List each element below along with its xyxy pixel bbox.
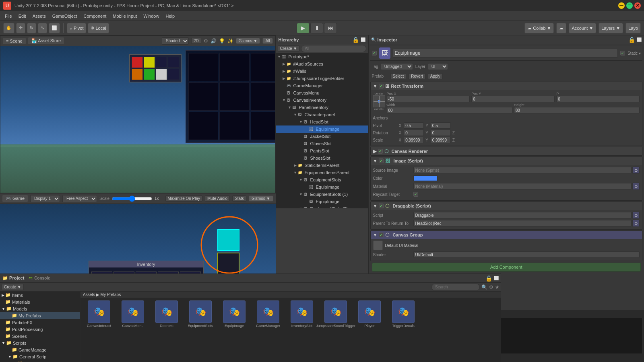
material-picker[interactable]: ⊙ [632,183,640,190]
menu-gameobject[interactable]: GameObject [49,13,80,19]
local-button[interactable]: ⊕ Local [88,23,109,33]
scene-light-icon[interactable]: 💡 [219,38,225,44]
tree-item-gamemanager[interactable]: ▶ 🎮 GameManager [276,82,368,89]
hierarchy-search[interactable] [301,45,366,52]
static-checkbox[interactable] [620,51,625,56]
maximize-button[interactable]: □ [626,2,633,9]
posy-input[interactable]: 0 [471,96,555,102]
scene-settings-icon[interactable]: ⚙ [204,38,208,44]
folder-scripts[interactable]: ▼ 📁 Scripts [0,339,80,346]
layer-dropdown[interactable]: UI [428,63,448,70]
project-expand-icon[interactable]: ⬜ [494,276,499,280]
color-swatch[interactable] [413,175,438,181]
scene-tab[interactable]: ≡ Scene [3,38,26,44]
tree-item-characterpanel[interactable]: ▼ 🖼 Characterpanel [276,111,368,118]
asset-jumpscares[interactable]: 🎭 JumpscareSoundTrigger [320,300,352,328]
scale-tool[interactable]: ⤡ [38,23,47,33]
active-checkbox[interactable] [372,51,377,56]
menu-assets[interactable]: Assets [29,13,49,19]
close-button[interactable]: ✕ [634,2,641,9]
tree-item-equipimage-3[interactable]: ▶ 🖼 EquipImage [276,198,368,205]
rotate-tool[interactable]: ↻ [27,23,36,33]
shader-value[interactable]: UI/Default [413,251,640,258]
tree-item-panelinventory[interactable]: ▼ 🖼 PanelInventory [276,104,368,111]
image-check[interactable] [379,158,384,163]
asset-doortest[interactable]: 🎭 Doortest [151,300,183,328]
source-image-value[interactable]: None (Sprite) [413,167,632,173]
tree-item-walls[interactable]: ▶ 📁 #Walls [276,68,368,75]
equip-slot-2[interactable] [217,253,239,275]
mode-2d-button[interactable]: 2D [191,38,201,44]
menu-help[interactable]: Help [162,13,178,19]
draggable-script-value[interactable]: Draggable [413,212,632,218]
menu-file[interactable]: File [2,13,15,19]
mute-audio-button[interactable]: Mute Audio [205,195,230,202]
move-tool[interactable]: ✛ [16,23,25,33]
display-dropdown[interactable]: Display 1 [30,195,60,202]
folder-models[interactable]: ▼ 📁 Models [0,305,80,312]
canvas-group-check[interactable] [379,232,384,237]
rect-transform-check[interactable] [379,84,384,88]
asset-player[interactable]: 🎭 Player [353,300,386,328]
tree-item-equipmentslots-1[interactable]: ▼ 🖼 EquipmentSlots (1) [276,191,368,198]
asset-triggerdecals[interactable]: 🎭 TriggerDecals [387,300,419,328]
folder-items[interactable]: ▶ 📁 Items [0,292,80,298]
collab-button[interactable]: ☁ Collab ▼ [524,23,554,33]
game-gizmos-button[interactable]: Gizmos ▼ [249,195,273,202]
folder-particlefx[interactable]: ▶ 📁 ParticleFX [0,319,80,326]
shaded-dropdown[interactable]: Shaded [162,37,189,45]
scene-fx-icon[interactable]: ✨ [227,38,233,44]
stats-button[interactable]: Stats [232,195,246,202]
project-lock-icon[interactable]: 🔒 [485,275,492,282]
scale-slider[interactable] [112,195,152,202]
tree-item-shoesslot[interactable]: ▶ 🖼 ShoesSlot [276,154,368,162]
tree-item-equipimage[interactable]: ▶ 🖼 EquipImage [276,125,368,133]
rot-x-input[interactable]: 0 [404,130,424,136]
play-button[interactable]: ▶ [297,23,310,33]
asset-equipmentslots[interactable]: 🎭 EquipmentSlots [184,300,217,328]
draggable-script-picker[interactable]: ⊙ [632,212,640,219]
rect-transform-header[interactable]: ▼ ⊞ Rect Transform [371,82,642,90]
gizmos-button[interactable]: Gizmos ▼ [236,38,260,44]
project-star-icon[interactable]: ★ [495,284,500,290]
hand-tool[interactable]: ✋ [3,23,14,33]
folder-scenes[interactable]: ▶ 📁 Scenes [0,333,80,339]
tree-item-prototype[interactable]: ▼ 🎬 Prototype* [276,53,368,60]
rot-y-input[interactable]: 0 [431,130,451,136]
minimize-button[interactable]: ─ [618,2,625,9]
game-tab[interactable]: 🎮 Game [2,195,28,202]
project-search[interactable] [431,284,480,291]
tag-dropdown[interactable]: Untagged [381,63,413,70]
all-button[interactable]: All [262,38,272,44]
layout-button[interactable]: Layo [625,23,641,33]
account-button[interactable]: Account ▼ [569,23,596,33]
inspector-expand-icon[interactable]: ⬜ [637,37,642,42]
pivot-x-input[interactable]: 0.5 [404,122,424,129]
posx-input[interactable]: -50 [387,96,470,102]
scene-audio-icon[interactable]: 🔊 [211,38,217,44]
hierarchy-create-button[interactable]: Create ▼ [278,45,300,51]
material-value[interactable]: None (Material) [413,183,632,189]
tree-item-equipmentitemsparent[interactable]: ▼ 📁 EquipmentItemsParent [276,169,368,176]
select-button[interactable]: Select [390,73,407,79]
anchor-box[interactable] [373,95,385,107]
asset-equipimage[interactable]: 🎭 EquipImage [218,300,250,328]
menu-edit[interactable]: Edit [15,13,29,19]
cyan-equip-slot[interactable] [217,229,239,251]
asset-inventoryslot[interactable]: 🎭 InventorySlot [286,300,318,328]
inspector-lock-icon[interactable]: 🔒 [628,37,635,43]
add-component-button[interactable]: Add Component [372,263,641,272]
pivot-button[interactable]: ⬦ Pivot [67,23,86,33]
folder-doors[interactable]: ▶ 📁 Doors [0,360,80,362]
posz-input[interactable] [556,96,640,102]
asset-store-tab[interactable]: 🏪 Asset Store [28,37,64,44]
scale-x-input[interactable]: 0.99999 [404,137,424,143]
menu-mobile-input[interactable]: Mobile Input [109,13,140,19]
project-search-icon[interactable]: 🔍 [481,284,487,290]
hierarchy-expand-icon[interactable]: ⬜ [361,37,365,42]
pause-button[interactable]: ⏸ [310,23,323,33]
tree-item-pantsslot[interactable]: ▶ 🖼 PantsSlot [276,147,368,154]
tree-item-canvasinventory[interactable]: ▼ 🖼 CanvasInventory [276,97,368,104]
hierarchy-lock-icon[interactable]: 🔒 [352,37,359,43]
folder-generalscripts[interactable]: ▼ 📁 General Scrip [0,353,80,360]
